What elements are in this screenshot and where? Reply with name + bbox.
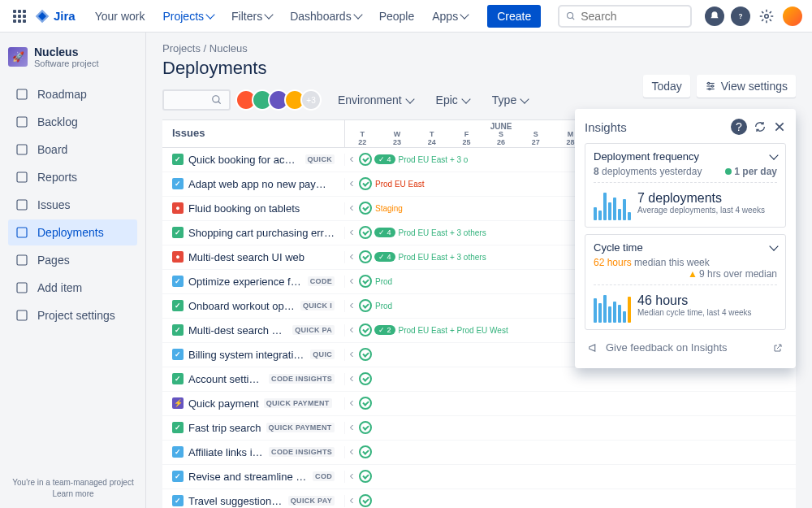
svg-point-3 <box>765 14 769 18</box>
issue-title: Quick booking for accommodations <box>188 154 300 166</box>
settings-icon[interactable] <box>757 7 776 26</box>
filter-environment[interactable]: Environment <box>331 89 420 111</box>
help-icon[interactable]: ? <box>731 119 747 135</box>
breadcrumb[interactable]: Projects / Nucleus <box>162 42 796 54</box>
card-title: Deployment frequency <box>594 150 699 163</box>
chevron-left-icon <box>347 228 356 237</box>
chevron-left-icon <box>347 447 356 457</box>
issue-title: Shopping cart purchasing error - quick f… <box>188 227 335 239</box>
issue-tag: QUICK <box>305 154 335 164</box>
help-icon[interactable]: ? <box>731 7 750 26</box>
issue-tag: QUIC <box>310 350 335 359</box>
issue-tag: CODE INSIGHTS <box>269 447 335 457</box>
task-icon: ✓ <box>172 446 184 458</box>
issue-row[interactable]: ✓Travel suggestion experimentsQUICK PAY <box>162 489 796 508</box>
sidebar-footer: You're in a team-managed project Learn m… <box>8 478 138 498</box>
issue-row[interactable]: ✓Revise and streamline booking flowCOD <box>162 465 796 489</box>
sidebar-item-board[interactable]: Board <box>8 137 137 163</box>
cycle-time-card[interactable]: Cycle time 62 hours median this week ▲9 … <box>585 234 786 330</box>
close-icon[interactable] <box>773 120 786 133</box>
feedback-link[interactable]: Give feedback on Insights <box>585 336 786 358</box>
chevron-left-icon <box>347 276 356 286</box>
issue-tag: QUICK PAY <box>288 496 335 506</box>
nav-icon <box>15 198 29 212</box>
issue-row[interactable]: ✓Affiliate links integrationCODE INSIGHT… <box>162 441 796 465</box>
refresh-icon[interactable] <box>754 120 767 133</box>
card-title: Cycle time <box>594 241 643 254</box>
sidebar-item-reports[interactable]: Reports <box>8 164 137 190</box>
svg-line-1 <box>572 17 575 20</box>
search-icon <box>211 94 222 106</box>
svg-point-19 <box>213 96 219 102</box>
nav-icon <box>15 170 29 185</box>
learn-more-link[interactable]: Learn more <box>8 489 138 498</box>
external-link-icon <box>773 343 783 353</box>
svg-rect-9 <box>17 228 27 237</box>
view-settings-button[interactable]: View settings <box>697 75 796 98</box>
deploy-label: Prod EU East + Prod EU West <box>399 326 508 335</box>
issue-tag: CODE INSIGHTS <box>269 374 335 384</box>
frequency-sparkline <box>594 191 631 220</box>
nav-icon <box>15 142 29 157</box>
jira-logo[interactable]: Jira <box>34 8 76 24</box>
nav-projects[interactable]: Projects <box>154 3 222 29</box>
create-button[interactable]: Create <box>487 5 541 28</box>
issue-row[interactable]: ✓Fast trip searchQUICK PAYMENT <box>162 416 796 441</box>
frequency-value: 7 deployments <box>637 191 765 206</box>
filter-type[interactable]: Type <box>486 89 534 111</box>
deployment-frequency-card[interactable]: Deployment frequency 8 deployments yeste… <box>585 143 786 228</box>
sidebar-item-label: Add item <box>37 281 82 294</box>
check-icon <box>359 421 372 434</box>
nav-dashboards[interactable]: Dashboards <box>282 3 369 29</box>
project-name: Nucleus <box>34 46 98 59</box>
nav-apps[interactable]: Apps <box>424 3 476 29</box>
search-input[interactable] <box>558 5 692 28</box>
deploy-label: Prod <box>375 277 392 286</box>
filter-epic[interactable]: Epic <box>430 89 476 111</box>
task-icon: ✓ <box>172 178 184 189</box>
sidebar-item-add-item[interactable]: Add item <box>8 275 137 301</box>
nav-people[interactable]: People <box>371 3 423 29</box>
nav-icon <box>15 280 29 295</box>
issue-tag: QUICK PAYMENT <box>264 398 332 408</box>
issue-tag: CODE <box>308 276 335 286</box>
deploy-label: Prod EU East <box>375 180 425 189</box>
task-icon: ✓ <box>172 349 184 360</box>
nav-filters[interactable]: Filters <box>223 3 280 29</box>
issue-row[interactable]: ✓Account settings defaultsCODE INSIGHTS <box>162 367 796 392</box>
assignee-avatars[interactable]: +3 <box>240 89 322 111</box>
sidebar-item-roadmap[interactable]: Roadmap <box>8 81 137 107</box>
issue-search[interactable] <box>162 89 231 111</box>
chevron-down-icon <box>353 10 362 19</box>
story-icon: ✓ <box>172 373 184 384</box>
user-avatar[interactable] <box>783 7 802 26</box>
sidebar-item-backlog[interactable]: Backlog <box>8 109 137 135</box>
svg-rect-10 <box>17 255 27 265</box>
project-type: Software project <box>34 59 98 68</box>
notifications-icon[interactable] <box>705 7 724 26</box>
issue-title: Adapt web app no new payments provider <box>188 178 335 190</box>
insights-title: Insights <box>585 120 627 134</box>
nav-your-work[interactable]: Your work <box>87 3 153 29</box>
issue-tag: QUICK I <box>300 301 335 310</box>
svg-point-0 <box>568 12 573 18</box>
svg-rect-11 <box>17 283 27 293</box>
check-icon <box>359 202 372 215</box>
check-icon <box>359 275 372 288</box>
sidebar-item-issues[interactable]: Issues <box>8 192 137 218</box>
sidebar-item-project-settings[interactable]: Project settings <box>8 302 137 328</box>
issue-row[interactable]: ⚡Quick paymentQUICK PAYMENT <box>162 392 796 416</box>
sidebar-item-deployments[interactable]: Deployments <box>8 219 137 245</box>
project-header: 🚀 Nucleus Software project <box>8 46 137 68</box>
issues-column-header: Issues <box>162 120 345 147</box>
bug-icon: ● <box>172 251 184 263</box>
chevron-down-icon <box>769 150 778 159</box>
frequency-label: Average deployments, last 4 weeks <box>637 206 765 215</box>
avatar-more[interactable]: +3 <box>300 89 322 111</box>
app-switcher-icon[interactable] <box>10 7 29 26</box>
today-button[interactable]: Today <box>643 75 689 98</box>
day-header: S26 <box>484 131 519 147</box>
project-icon: 🚀 <box>8 47 28 67</box>
sidebar-item-pages[interactable]: Pages <box>8 247 137 273</box>
sidebar-item-label: Reports <box>37 171 77 184</box>
